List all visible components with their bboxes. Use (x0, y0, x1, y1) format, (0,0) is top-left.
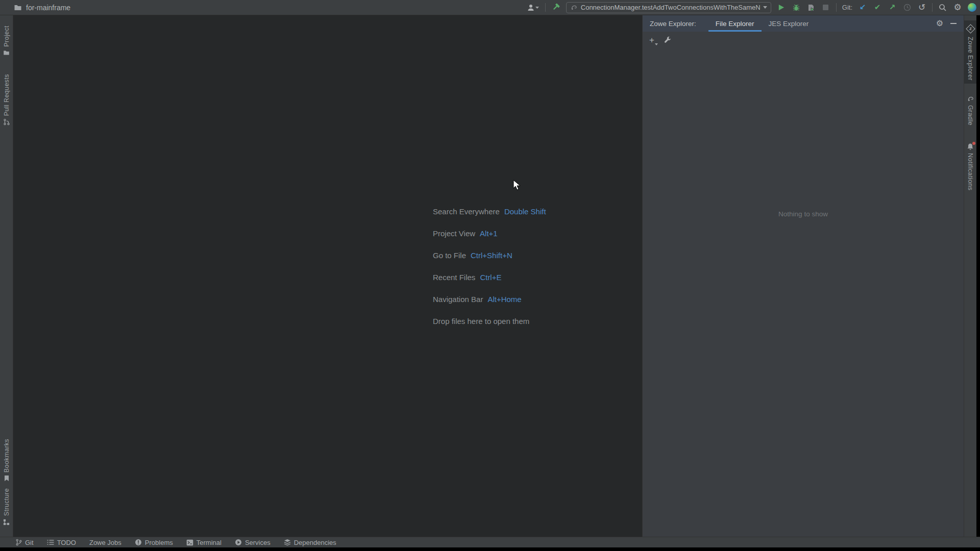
ide-window: for-mainframe (0, 0, 980, 547)
git-update-icon[interactable]: ↙ (858, 3, 867, 12)
folder-icon (3, 49, 10, 57)
gradle-stripe-label: Gradle (967, 105, 974, 126)
add-connection-button[interactable]: + (649, 36, 654, 44)
hide-panel-icon[interactable] (950, 23, 957, 24)
git-push-icon[interactable]: ↗ (888, 3, 897, 12)
zowe-stripe-label: Zowe Explorer (967, 37, 974, 81)
sidebar-item-bookmarks[interactable]: Bookmarks (0, 436, 13, 485)
main-area: Project Pull Requests (0, 15, 980, 537)
statusbar-label: TODO (57, 539, 76, 546)
statusbar-label: Terminal (197, 539, 222, 546)
project-stripe-label: Project (3, 26, 10, 47)
pull-request-icon (3, 118, 10, 126)
tab-label: File Explorer (716, 20, 754, 28)
shortcut-row: Project View Alt+1 (433, 222, 546, 244)
editor-area: Search Everywhere Double Shift Project V… (13, 15, 642, 537)
toolbar-separator (836, 3, 837, 12)
git-label: Git: (842, 4, 852, 11)
statusbar-item-git[interactable]: Git (15, 539, 34, 546)
statusbar-item-todo[interactable]: TODO (47, 539, 76, 546)
left-tool-stripe: Project Pull Requests (0, 15, 13, 537)
structure-stripe-label: Structure (3, 488, 10, 516)
notifications-bell-icon (967, 143, 974, 151)
zowe-panel-title: Zowe Explorer: (643, 20, 696, 28)
bookmark-icon (3, 475, 10, 482)
statusbar-label: Services (245, 539, 271, 546)
shortcut-label: Go to File (433, 251, 466, 260)
zowe-panel-body: Nothing to show (643, 48, 964, 537)
shortcut-row: Go to File Ctrl+Shift+N (433, 244, 546, 266)
history-icon (902, 3, 912, 12)
zowe-diamond-icon: Z (966, 24, 975, 33)
project-widget[interactable]: for-mainframe (0, 3, 70, 12)
screen-right-margin (976, 15, 980, 537)
git-commit-icon[interactable]: ✔ (873, 3, 882, 12)
wrench-settings-icon[interactable] (664, 35, 673, 44)
debug-button[interactable] (792, 3, 801, 12)
tab-jes-explorer[interactable]: JES Explorer (762, 15, 816, 32)
zowe-panel-toolbar: + (643, 32, 964, 48)
shortcut-keys: Ctrl+E (480, 273, 501, 282)
shortcut-row: Recent Files Ctrl+E (433, 266, 546, 288)
gradle-elephant-icon (967, 95, 974, 103)
notification-badge (972, 142, 975, 145)
bookmarks-stripe-label: Bookmarks (3, 439, 10, 472)
shortcut-label: Project View (433, 229, 475, 238)
toolbar-separator (932, 3, 933, 12)
chevron-down-icon (763, 6, 767, 9)
rollback-icon[interactable]: ↺ (917, 3, 926, 12)
shortcut-row: Navigation Bar Alt+Home (433, 288, 546, 310)
statusbar-item-dependencies[interactable]: Dependencies (284, 539, 336, 546)
profile-sphere-icon[interactable] (968, 3, 976, 12)
shortcut-label: Navigation Bar (433, 295, 483, 304)
tab-file-explorer[interactable]: File Explorer (708, 15, 762, 32)
folder-icon (13, 3, 22, 12)
run-configuration-select[interactable]: ConnectionManager.testAddTwoConnectionsW… (566, 2, 771, 13)
panel-header-actions: ⚙ (936, 15, 964, 32)
statusbar-label: Problems (145, 539, 173, 546)
shortcut-keys: Alt+1 (480, 229, 498, 238)
panel-settings-gear-icon[interactable]: ⚙ (936, 19, 943, 28)
user-profile-icon[interactable] (526, 3, 540, 12)
sidebar-item-zowe-explorer[interactable]: Z Zowe Explorer (964, 20, 976, 84)
statusbar-item-services[interactable]: Services (235, 539, 271, 546)
right-tool-stripe: Z Zowe Explorer Gradle (964, 15, 976, 537)
settings-gear-icon[interactable]: ⚙ (953, 3, 962, 12)
run-with-coverage-button[interactable] (806, 3, 816, 12)
statusbar-item-zowe-jobs[interactable]: Zowe Jobs (89, 539, 121, 546)
statusbar-label: Dependencies (294, 539, 336, 546)
tab-label: JES Explorer (769, 20, 809, 28)
structure-icon (3, 518, 10, 525)
sidebar-item-gradle[interactable]: Gradle (964, 92, 976, 129)
pull-requests-stripe-label: Pull Requests (3, 74, 10, 116)
statusbar-label: Git (25, 539, 34, 546)
sidebar-item-pull-requests[interactable]: Pull Requests (0, 71, 13, 129)
mouse-cursor (513, 180, 521, 191)
statusbar-item-terminal[interactable]: Terminal (186, 539, 222, 546)
drop-files-hint: Drop files here to open them (433, 310, 546, 332)
sidebar-item-notifications[interactable]: Notifications (964, 140, 976, 193)
shortcut-keys: Double Shift (504, 207, 546, 216)
status-bar: Git TODO Zowe Jobs Problems (0, 537, 980, 547)
shortcut-keys: Ctrl+Shift+N (471, 251, 512, 260)
shortcut-label: Recent Files (433, 273, 475, 282)
run-button[interactable] (777, 3, 786, 12)
sidebar-item-project[interactable]: Project (0, 22, 13, 60)
build-hammer-icon[interactable] (551, 3, 560, 12)
toolbar-separator (545, 3, 546, 12)
stop-button (821, 3, 830, 12)
gradle-task-icon (570, 4, 578, 11)
zowe-panel-header: Zowe Explorer: File Explorer JES Explore… (643, 15, 964, 32)
sidebar-item-structure[interactable]: Structure (0, 485, 13, 529)
plus-icon: + (649, 35, 654, 45)
project-name: for-mainframe (26, 4, 70, 12)
statusbar-item-problems[interactable]: Problems (135, 539, 173, 546)
main-toolbar: ConnectionManager.testAddTwoConnectionsW… (526, 2, 980, 13)
shortcut-keys: Alt+Home (487, 295, 521, 304)
shortcut-label: Search Everywhere (433, 207, 500, 216)
shortcut-row: Search Everywhere Double Shift (433, 201, 546, 222)
search-everywhere-icon[interactable] (938, 3, 947, 12)
run-configuration-name: ConnectionManager.testAddTwoConnectionsW… (581, 4, 760, 11)
mini-chevron-down-icon (655, 43, 658, 45)
statusbar-label: Zowe Jobs (89, 539, 121, 546)
